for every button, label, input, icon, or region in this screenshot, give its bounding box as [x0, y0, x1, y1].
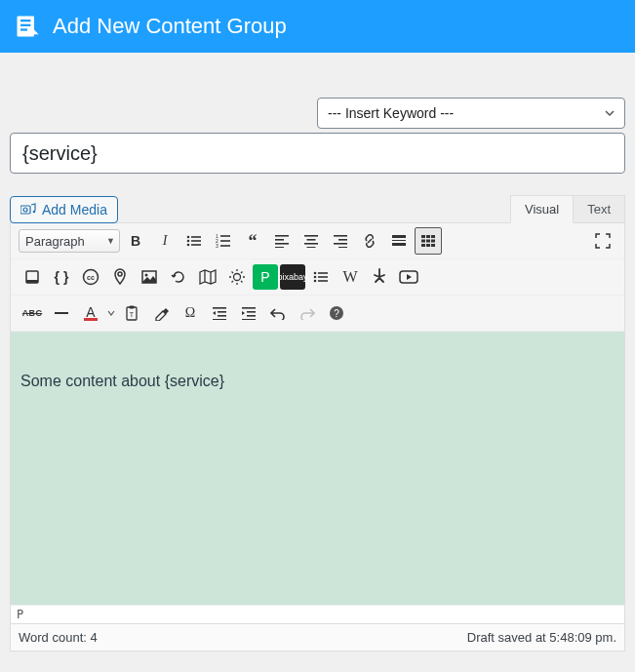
svg-rect-16 — [220, 240, 230, 242]
svg-text:?: ? — [334, 308, 339, 319]
svg-rect-40 — [421, 244, 425, 247]
add-media-button[interactable]: Add Media — [10, 196, 118, 223]
toolbar-toggle-button[interactable] — [415, 227, 442, 255]
text-color-dropdown[interactable] — [106, 299, 116, 327]
indent-button[interactable] — [235, 299, 262, 327]
text-color-button[interactable]: A — [77, 299, 104, 327]
element-path-bar[interactable]: P — [11, 605, 624, 623]
svg-rect-30 — [338, 247, 347, 248]
svg-rect-31 — [392, 235, 406, 238]
svg-rect-21 — [275, 243, 289, 245]
italic-button[interactable]: I — [151, 227, 179, 255]
bullet-list-2-button[interactable] — [307, 263, 335, 291]
toolbar-row-3: ABC A T Ω — [11, 296, 624, 332]
insert-keyword-placeholder: --- Insert Keyword --- — [328, 105, 454, 121]
svg-rect-26 — [307, 247, 316, 248]
svg-rect-70 — [218, 311, 226, 313]
svg-point-47 — [118, 272, 122, 276]
svg-rect-28 — [338, 239, 347, 241]
panel-button[interactable] — [19, 263, 46, 291]
svg-rect-74 — [247, 311, 256, 313]
editor-content-text: Some content about {service} — [20, 373, 224, 389]
paragraph-format-select[interactable]: Paragraph ▼ — [19, 229, 120, 253]
svg-line-57 — [232, 281, 234, 283]
svg-line-56 — [241, 281, 243, 283]
image-button[interactable] — [136, 263, 163, 291]
svg-rect-33 — [392, 243, 406, 246]
svg-text:T: T — [130, 311, 135, 318]
clear-formatting-button[interactable] — [147, 299, 175, 327]
add-media-label: Add Media — [42, 202, 107, 217]
horizontal-rule-button[interactable] — [48, 299, 75, 327]
paragraph-format-label: Paragraph — [25, 234, 85, 249]
yelp-button[interactable] — [366, 263, 393, 291]
svg-rect-8 — [191, 236, 201, 238]
strikethrough-button[interactable]: ABC — [19, 299, 46, 327]
title-input[interactable] — [10, 133, 625, 174]
map-button[interactable] — [194, 263, 221, 291]
svg-point-61 — [314, 276, 317, 279]
svg-rect-71 — [218, 315, 226, 317]
svg-point-49 — [145, 274, 148, 277]
pixabay-button[interactable]: pixabay — [280, 264, 305, 290]
undo-button[interactable] — [264, 299, 292, 327]
refresh-button[interactable] — [165, 263, 192, 291]
special-char-button[interactable]: Ω — [177, 299, 204, 327]
align-right-button[interactable] — [327, 227, 354, 255]
read-more-button[interactable] — [385, 227, 413, 255]
svg-line-58 — [241, 272, 243, 274]
svg-rect-10 — [191, 240, 201, 242]
code-button[interactable]: { } — [48, 263, 75, 291]
bullet-list-button[interactable] — [180, 227, 208, 255]
svg-rect-22 — [275, 247, 284, 248]
creative-commons-button[interactable]: cc — [77, 263, 104, 291]
page-title: Add New Content Group — [53, 14, 287, 39]
redo-button[interactable] — [294, 299, 321, 327]
insert-keyword-row: --- Insert Keyword --- — [10, 64, 625, 129]
link-button[interactable] — [356, 227, 383, 255]
fullscreen-button[interactable] — [589, 227, 616, 255]
svg-point-59 — [314, 272, 317, 275]
outdent-button[interactable] — [206, 299, 233, 327]
svg-rect-20 — [275, 239, 284, 241]
svg-rect-35 — [426, 235, 430, 238]
svg-rect-44 — [26, 280, 38, 283]
svg-rect-36 — [431, 235, 435, 238]
editor-tabs: Visual Text — [510, 195, 625, 223]
tab-text[interactable]: Text — [574, 195, 625, 223]
svg-rect-19 — [275, 235, 289, 237]
insert-keyword-select-wrap: --- Insert Keyword --- — [317, 98, 625, 129]
svg-line-55 — [232, 272, 234, 274]
editor-content-area[interactable]: Some content about {service} — [11, 332, 624, 605]
bold-button[interactable]: B — [122, 227, 149, 255]
wikipedia-button[interactable]: W — [337, 263, 364, 291]
svg-point-6 — [33, 210, 36, 213]
numbered-list-button[interactable]: 123 — [210, 227, 237, 255]
svg-rect-34 — [421, 235, 425, 238]
svg-rect-14 — [220, 235, 230, 237]
tab-visual[interactable]: Visual — [510, 195, 574, 223]
blockquote-button[interactable]: “ — [239, 227, 266, 255]
camera-music-icon — [20, 203, 36, 217]
main-area: --- Insert Keyword --- Add Media Visual … — [0, 53, 635, 652]
weather-button[interactable] — [223, 263, 251, 291]
svg-rect-2 — [20, 24, 31, 26]
insert-keyword-select[interactable]: --- Insert Keyword --- — [317, 98, 625, 129]
text-color-a: A — [84, 306, 97, 321]
svg-text:cc: cc — [87, 274, 95, 281]
svg-rect-3 — [20, 28, 27, 30]
pexels-button[interactable]: P — [253, 264, 278, 290]
svg-rect-23 — [304, 235, 318, 237]
paste-text-button[interactable]: T — [118, 299, 145, 327]
youtube-button[interactable] — [395, 263, 422, 291]
svg-rect-18 — [220, 245, 230, 247]
align-center-button[interactable] — [298, 227, 325, 255]
align-left-button[interactable] — [268, 227, 296, 255]
help-button[interactable]: ? — [323, 299, 350, 327]
svg-rect-42 — [431, 244, 435, 247]
caret-down-icon: ▼ — [106, 236, 115, 246]
svg-rect-67 — [130, 306, 135, 309]
svg-rect-64 — [318, 280, 328, 282]
svg-point-9 — [187, 240, 190, 243]
location-pin-button[interactable] — [106, 263, 134, 291]
